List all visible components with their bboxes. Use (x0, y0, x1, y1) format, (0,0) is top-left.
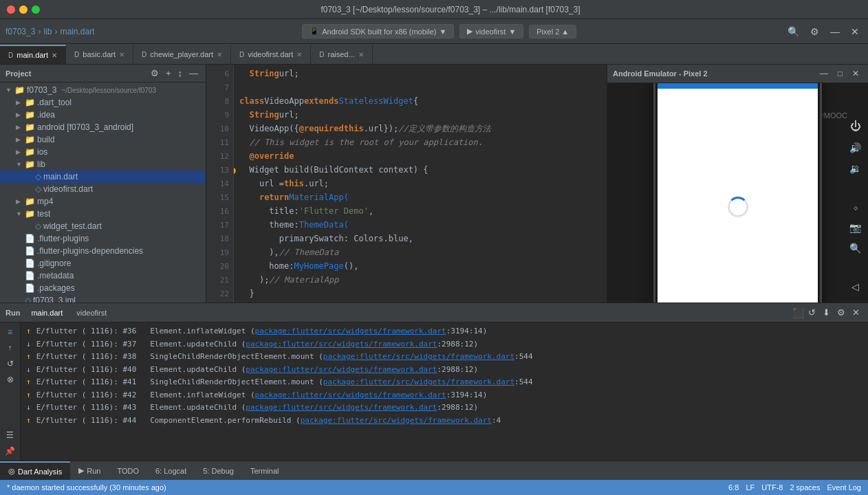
run-side-refresh-button[interactable]: ↺ (5, 357, 16, 371)
link-7[interactable]: package:flutter/src/widgets/framework.da… (246, 403, 437, 412)
tree-item-widget-test[interactable]: ▶ ◇ widget_test.dart (0, 220, 206, 232)
link-8[interactable]: package:flutter/src/widgets/framework.da… (301, 416, 492, 425)
link-2[interactable]: package:flutter/src/widgets/framework.da… (246, 340, 437, 349)
tab-close-raised[interactable]: ✕ (358, 51, 364, 58)
close-button[interactable] (7, 6, 15, 14)
run-tab-main[interactable]: main.dart (25, 306, 68, 320)
tab-close-videofirst[interactable]: ✕ (296, 51, 302, 58)
run-side-pin-button[interactable]: 📌 (3, 444, 17, 458)
cursor-position[interactable]: 6:8 (728, 483, 739, 492)
sidebar-close-icon[interactable]: — (187, 67, 200, 79)
sidebar-expand-icon[interactable]: ↕ (176, 67, 185, 79)
run-tab-videofirst[interactable]: videofirst (71, 306, 112, 320)
indent-spaces[interactable]: 2 spaces (790, 483, 820, 492)
emulator-rotate-button[interactable]: ⬦ (847, 199, 864, 215)
tab-close-main[interactable]: ✕ (52, 52, 57, 59)
tab-main-dart[interactable]: D main.dart ✕ (0, 45, 66, 64)
run-stop-button[interactable]: ⬛ (792, 307, 804, 318)
tree-item-packages[interactable]: ▶ 📄 .packages (0, 282, 206, 294)
tree-item-flutter-plugins-dep[interactable]: ▶ 📄 .flutter-plugins-dependencies (0, 245, 206, 257)
link-6[interactable]: package:flutter/src/widgets/framework.da… (255, 390, 446, 399)
tab-todo[interactable]: TODO (109, 461, 147, 481)
tree-label-dart-tool: .dart_tool (37, 98, 72, 107)
emulator-maximize-button[interactable]: □ (834, 67, 846, 80)
tree-item-gitignore[interactable]: ▶ 📄 .gitignore (0, 257, 206, 270)
run-scroll-button[interactable]: ⬇ (820, 306, 833, 319)
breadcrumb-lib[interactable]: lib (43, 27, 52, 36)
breadcrumb-root[interactable]: f0703_3 (6, 27, 35, 36)
run-rerun-button[interactable]: ↺ (805, 306, 818, 319)
console-button[interactable]: ≡ (6, 325, 14, 339)
editor-content[interactable]: 678910 1112131415 1617181920 2122232425 … (206, 65, 607, 302)
sidebar-add-icon[interactable]: + (164, 67, 173, 79)
emulator-back-button[interactable]: ◁ (847, 278, 864, 295)
code-line-21: ); // MaterialApp (239, 274, 607, 287)
sidebar-tree: ▼ 📁 f0703_3 ~/Desktop/lesson/source/f070… (0, 82, 206, 302)
pixel-selector-button[interactable]: Pixel 2 ▲ (529, 25, 576, 38)
encoding[interactable]: UTF-8 (761, 483, 783, 492)
tree-item-videofirst-dart[interactable]: ▶ ◇ videofirst.dart (0, 183, 206, 195)
run-settings-button[interactable]: ⚙ (834, 306, 848, 319)
tab-run[interactable]: ▶ Run (70, 461, 109, 481)
emulator-minimize-button[interactable]: — (816, 67, 832, 80)
run-side-up-button[interactable]: ↑ (6, 341, 14, 355)
tree-item-flutter-plugins[interactable]: ▶ 📄 .flutter-plugins (0, 232, 206, 245)
tree-item-iml[interactable]: ▶ ◇ f0703_3.iml (0, 294, 206, 302)
emulator-home-button[interactable]: ⬤ (847, 299, 864, 302)
line-ending[interactable]: LF (746, 483, 755, 492)
tree-item-ios[interactable]: ▶ 📁 ios (0, 146, 206, 158)
sidebar-settings-icon[interactable]: ⚙ (149, 67, 161, 79)
emulator-volume-up-button[interactable]: 🔊 (847, 140, 864, 156)
minimize-button[interactable] (19, 6, 28, 14)
phone-content (658, 89, 818, 303)
tab-chewie[interactable]: D chewie_player.dart ✕ (133, 45, 231, 64)
code-editor[interactable]: String url; class VideoApp extends State… (234, 65, 607, 302)
tab-videofirst[interactable]: D videofirst.dart ✕ (231, 45, 311, 64)
tab-close-chewie[interactable]: ✕ (217, 51, 222, 58)
tab-terminal[interactable]: Terminal (242, 461, 287, 481)
link-5[interactable]: package:flutter/src/widgets/framework.da… (323, 377, 514, 386)
tab-dart-analysis[interactable]: ◎ Dart Analysis (0, 461, 70, 481)
maximize-button[interactable] (32, 6, 40, 14)
code-line-10: VideoApp({@required this.url}); //定义带参数的… (239, 122, 607, 136)
gear-button[interactable]: ⚙ (807, 25, 823, 38)
event-log[interactable]: Event Log (827, 483, 861, 492)
run-close-button[interactable]: ✕ (849, 306, 862, 319)
tree-item-test[interactable]: ▼ 📁 test (0, 208, 206, 220)
tree-item-build[interactable]: ▶ 📁 build (0, 133, 206, 146)
toolbar-right: 🔍 ⚙ — ✕ (784, 25, 862, 38)
tab-basic-dart[interactable]: D basic.dart ✕ (66, 45, 133, 64)
tab-raised[interactable]: D raised... ✕ (311, 45, 372, 64)
minimize-all-button[interactable]: — (827, 25, 843, 38)
breadcrumb-file[interactable]: main.dart (60, 27, 94, 36)
tab-logcat[interactable]: 6: Logcat (147, 461, 195, 481)
tree-item-mp4[interactable]: ▶ 📁 mp4 (0, 195, 206, 208)
search-button[interactable]: 🔍 (784, 25, 803, 38)
tree-item-android[interactable]: ▶ 📁 android [f0703_3_android] (0, 121, 206, 133)
close-all-button[interactable]: ✕ (847, 25, 862, 38)
run-side-filter-button[interactable]: ⊗ (5, 373, 16, 386)
emulator-volume-down-button[interactable]: 🔉 (847, 160, 864, 177)
tree-item-main-dart[interactable]: ▶ ◇ main.dart (0, 170, 206, 183)
link-1[interactable]: package:flutter/src/widgets/framework.da… (255, 327, 446, 336)
emulator-header: Android Emulator - Pixel 2 — □ ✕ (607, 65, 868, 83)
tab-icon-basic: D (74, 51, 79, 58)
tree-item-root[interactable]: ▼ 📁 f0703_3 ~/Desktop/lesson/source/f070… (0, 84, 206, 96)
tree-item-metadata[interactable]: ▶ 📄 .metadata (0, 270, 206, 282)
device-selector-button[interactable]: ▶ videofirst ▼ (459, 24, 523, 38)
logcat-label: 6: Logcat (155, 467, 186, 475)
sdk-selector-button[interactable]: 📱 Android SDK built for x86 (mobile) ▼ (302, 24, 454, 38)
tab-debug[interactable]: 5: Debug (195, 461, 242, 481)
tree-item-lib[interactable]: ▼ 📁 lib (0, 158, 206, 170)
link-3[interactable]: package:flutter/src/widgets/framework.da… (323, 352, 514, 361)
emulator-screenshot-button[interactable]: 📷 (847, 219, 864, 236)
tab-close-basic[interactable]: ✕ (119, 51, 124, 58)
emulator-close-button[interactable]: ✕ (849, 67, 862, 80)
run-side-list-button[interactable]: ☰ (4, 428, 16, 442)
tree-item-dart-tool[interactable]: ▶ 📁 .dart_tool (0, 96, 206, 109)
emulator-power-button[interactable]: ⏻ (847, 118, 864, 135)
console-line-7: ↓ E/flutter ( 1116): #43 Element.updateC… (26, 402, 862, 415)
emulator-zoom-button[interactable]: 🔍 (847, 240, 864, 256)
tree-item-idea[interactable]: ▶ 📁 .idea (0, 109, 206, 121)
link-4[interactable]: package:flutter/src/widgets/framework.da… (246, 365, 437, 374)
